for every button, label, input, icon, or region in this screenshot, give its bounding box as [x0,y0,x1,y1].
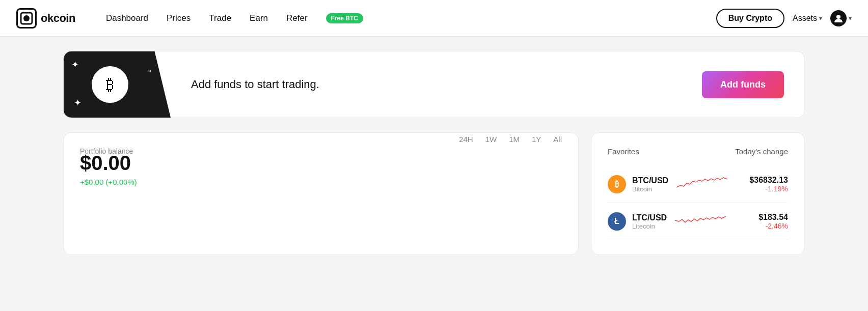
assets-label: Assets [793,14,817,23]
portfolio-change: +$0.00 (+0.00%) [80,178,562,186]
favorites-header: Favorites Today's change [608,147,788,156]
user-menu[interactable]: ▾ [830,10,852,26]
time-filter-1w[interactable]: 1W [485,135,497,144]
user-chevron-icon: ▾ [849,15,852,22]
btc-change: -1.19% [742,185,788,193]
nav-trade[interactable]: Trade [209,13,231,23]
time-filter-1m[interactable]: 1M [509,135,520,144]
user-avatar-icon [830,10,847,26]
main-content: ✦ ✦ ◦ ₿ Add funds to start trading. Add … [47,37,821,269]
time-filters: 24H 1W 1M 1Y All [80,135,562,144]
ltc-icon: Ł [608,212,626,231]
btc-price: $36832.13 [742,176,788,185]
bitcoin-coin-icon: ₿ [92,66,128,103]
btc-symbol: BTC/USD [632,176,668,185]
favorites-item-ltc[interactable]: Ł LTC/USD Litecoin $183.54 -2.46% [608,203,788,240]
assets-chevron-icon: ▾ [819,15,822,22]
logo-text: okcoin [41,12,75,25]
logo[interactable]: okcoin [16,8,75,29]
buy-crypto-button[interactable]: Buy Crypto [716,9,784,28]
portfolio-value: $0.00 [80,152,562,175]
nav-prices[interactable]: Prices [167,13,191,23]
time-filter-1y[interactable]: 1Y [532,135,541,144]
ltc-price-block: $183.54 -2.46% [742,213,788,230]
favorites-panel: Favorites Today's change ₿ BTC/USD Bitco… [591,132,805,255]
btc-name-block: BTC/USD Bitcoin [632,176,668,193]
svg-point-2 [836,15,840,19]
favorites-today-label: Today's change [735,147,788,156]
favorites-title: Favorites [608,147,639,156]
svg-point-1 [23,15,30,21]
time-filter-all[interactable]: All [553,135,562,144]
nav-links: Dashboard Prices Trade Earn Refer Free B… [106,13,716,23]
ltc-change: -2.46% [742,222,788,230]
add-funds-button[interactable]: Add funds [702,71,784,98]
favorites-item-btc[interactable]: ₿ BTC/USD Bitcoin $36832.13 -1.19% [608,166,788,203]
time-filter-24h[interactable]: 24H [459,135,473,144]
logo-icon [16,8,37,29]
free-btc-badge[interactable]: Free BTC [326,13,363,23]
btc-icon: ₿ [608,175,626,193]
ltc-price: $183.54 [742,213,788,222]
btc-price-block: $36832.13 -1.19% [742,176,788,193]
nav-refer[interactable]: Refer [286,13,308,23]
ltc-name-block: LTC/USD Litecoin [632,213,667,230]
nav-earn[interactable]: Earn [250,13,268,23]
ltc-symbol: LTC/USD [632,213,667,222]
dashboard-columns: Portfolio balance 24H 1W 1M 1Y All $0.00… [63,132,805,255]
navbar: okcoin Dashboard Prices Trade Earn Refer… [0,0,868,37]
promo-banner: ✦ ✦ ◦ ₿ Add funds to start trading. Add … [63,51,805,118]
sparkle-icon-3: ◦ [148,66,151,76]
ltc-sparkline-chart [675,210,734,233]
banner-text: Add funds to start trading. [191,78,702,91]
nav-dashboard[interactable]: Dashboard [106,13,148,23]
banner-illustration: ✦ ✦ ◦ ₿ [64,51,171,118]
ltc-full-name: Litecoin [632,222,667,230]
assets-dropdown[interactable]: Assets ▾ [793,14,822,23]
btc-sparkline-chart [676,173,734,195]
btc-full-name: Bitcoin [632,185,668,193]
sparkle-icon-2: ✦ [74,97,82,108]
portfolio-panel: Portfolio balance 24H 1W 1M 1Y All $0.00… [63,132,579,255]
sparkle-icon-1: ✦ [71,59,79,70]
nav-right: Buy Crypto Assets ▾ ▾ [716,9,852,28]
